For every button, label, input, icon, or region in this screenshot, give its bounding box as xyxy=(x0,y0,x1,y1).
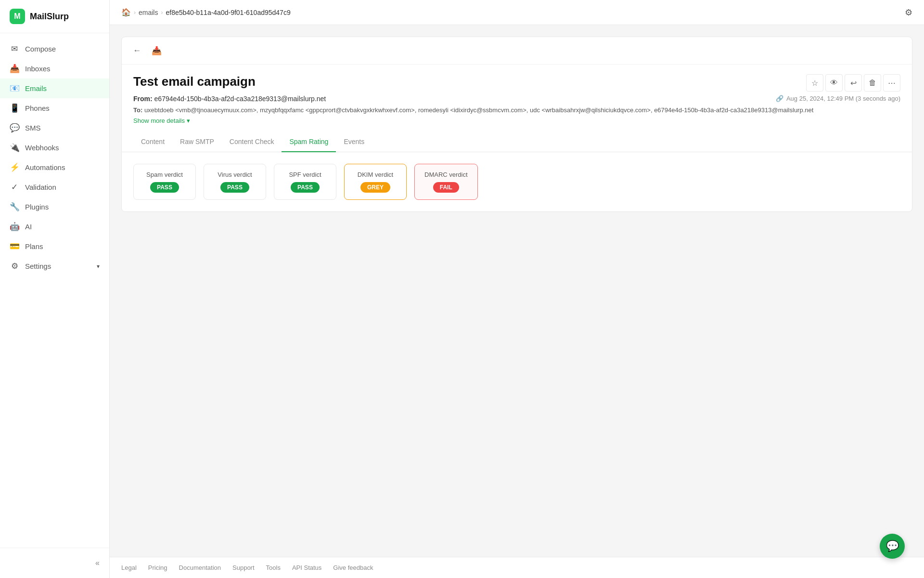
delete-button[interactable]: 🗑 xyxy=(864,74,881,92)
view-button[interactable]: 👁 xyxy=(825,74,843,92)
email-header: Test email campaign ☆ 👁 ↩ 🗑 ⋯ From: e679… xyxy=(122,65,912,132)
sidebar: M MailSlurp ✉ Compose 📥 Inboxes 📧 Emails… xyxy=(0,0,110,578)
sidebar-label-ai: AI xyxy=(25,223,32,231)
sidebar-label-plans: Plans xyxy=(25,242,43,250)
collapse-button[interactable]: « xyxy=(0,554,109,572)
validation-icon: ✓ xyxy=(10,182,19,192)
webhooks-icon: 🔌 xyxy=(10,143,19,153)
verdict-badge-dmarc: FAIL xyxy=(433,182,459,193)
verdict-card-virus: Virus verdict PASS xyxy=(204,164,266,200)
inboxes-icon: 📥 xyxy=(10,64,19,74)
main-area: 🏠 › emails › ef8e5b40-b11a-4a0d-9f01-610… xyxy=(110,0,924,578)
emails-icon: 📧 xyxy=(10,83,19,93)
sidebar-label-automations: Automations xyxy=(25,163,65,171)
sidebar-item-compose[interactable]: ✉ Compose xyxy=(0,39,109,59)
star-button[interactable]: ☆ xyxy=(806,74,823,92)
chat-button[interactable]: 💬 xyxy=(880,534,905,559)
footer-link-documentation[interactable]: Documentation xyxy=(179,564,221,571)
sidebar-label-plugins: Plugins xyxy=(25,203,49,211)
breadcrumb-email-id: ef8e5b40-b11a-4a0d-9f01-610ad95d47c9 xyxy=(166,9,290,16)
chevron-down-icon: ▾ xyxy=(187,117,190,124)
footer-link-pricing[interactable]: Pricing xyxy=(148,564,167,571)
footer-link-api-status[interactable]: API Status xyxy=(292,564,321,571)
sidebar-item-sms[interactable]: 💬 SMS xyxy=(0,118,109,138)
verdict-card-dkim: DKIM verdict GREY xyxy=(344,164,407,200)
back-button[interactable]: ← xyxy=(129,43,145,58)
sidebar-item-automations[interactable]: ⚡ Automations xyxy=(0,158,109,177)
settings-icon[interactable]: ⚙ xyxy=(905,7,912,18)
to-label: To: xyxy=(133,106,142,114)
sidebar-item-plans[interactable]: 💳 Plans xyxy=(0,236,109,256)
sidebar-item-plugins[interactable]: 🔧 Plugins xyxy=(0,197,109,217)
sidebar-bottom: « xyxy=(0,548,109,578)
verdict-badge-dkim: GREY xyxy=(360,182,390,193)
from-address: e6794e4d-150b-4b3a-af2d-ca3a218e9313@mai… xyxy=(154,95,326,103)
tab-events[interactable]: Events xyxy=(336,132,372,152)
sidebar-item-ai[interactable]: 🤖 AI xyxy=(0,217,109,236)
email-toolbar: ← 📥 xyxy=(122,37,912,65)
logo-text: MailSlurp xyxy=(30,12,69,22)
sidebar-item-phones[interactable]: 📱 Phones xyxy=(0,98,109,118)
to-recipients: uxebtdoeb <vmb@tjnoauecymuux.com>, mzyqb… xyxy=(144,106,813,114)
from-label: From: xyxy=(133,95,153,103)
verdict-card-spf: SPF verdict PASS xyxy=(274,164,336,200)
sidebar-item-settings[interactable]: ⚙ Settings ▾ xyxy=(0,256,109,276)
footer: LegalPricingDocumentationSupportToolsAPI… xyxy=(110,557,924,578)
inbox-icon[interactable]: 📥 xyxy=(149,43,164,58)
breadcrumb-emails[interactable]: emails xyxy=(139,9,158,16)
settings-arrow-icon: ▾ xyxy=(97,263,100,270)
email-meta-row: Test email campaign ☆ 👁 ↩ 🗑 ⋯ xyxy=(133,74,900,95)
tab-spam-rating[interactable]: Spam Rating xyxy=(282,132,336,152)
logo-icon: M xyxy=(10,9,25,24)
verdict-label-dkim: DKIM verdict xyxy=(358,171,393,178)
verdict-badge-virus: PASS xyxy=(220,182,249,193)
sidebar-item-validation[interactable]: ✓ Validation xyxy=(0,177,109,197)
email-from-row: From: e6794e4d-150b-4b3a-af2d-ca3a218e93… xyxy=(133,95,900,103)
sidebar-label-sms: SMS xyxy=(25,124,41,132)
footer-link-tools[interactable]: Tools xyxy=(266,564,281,571)
email-timestamp: 🔗 Aug 25, 2024, 12:49 PM (3 seconds ago) xyxy=(776,95,900,102)
verdict-badge-spf: PASS xyxy=(291,182,320,193)
tab-content-check[interactable]: Content Check xyxy=(222,132,282,152)
plans-icon: 💳 xyxy=(10,241,19,251)
verdict-label-virus: Virus verdict xyxy=(218,171,252,178)
verdict-card-dmarc: DMARC verdict FAIL xyxy=(414,164,478,200)
footer-link-legal[interactable]: Legal xyxy=(121,564,137,571)
tab-raw-smtp[interactable]: Raw SMTP xyxy=(172,132,222,152)
sidebar-label-settings: Settings xyxy=(25,262,51,270)
sidebar-nav: ✉ Compose 📥 Inboxes 📧 Emails 📱 Phones 💬 … xyxy=(0,33,109,548)
header-actions: ☆ 👁 ↩ 🗑 ⋯ xyxy=(806,74,900,92)
breadcrumb: 🏠 › emails › ef8e5b40-b11a-4a0d-9f01-610… xyxy=(121,8,291,17)
footer-link-support[interactable]: Support xyxy=(232,564,255,571)
plugins-icon: 🔧 xyxy=(10,202,19,212)
show-more-details[interactable]: Show more details ▾ xyxy=(133,117,900,124)
sms-icon: 💬 xyxy=(10,123,19,133)
timestamp-text: Aug 25, 2024, 12:49 PM (3 seconds ago) xyxy=(786,95,900,102)
verdicts-container: Spam verdict PASS Virus verdict PASS SPF… xyxy=(122,152,912,211)
sidebar-label-phones: Phones xyxy=(25,104,50,112)
show-more-text: Show more details xyxy=(133,117,185,124)
settings-icon: ⚙ xyxy=(10,261,19,271)
reply-button[interactable]: ↩ xyxy=(845,74,862,92)
email-from: From: e6794e4d-150b-4b3a-af2d-ca3a218e93… xyxy=(133,95,326,103)
verdict-label-dmarc: DMARC verdict xyxy=(424,171,468,178)
sidebar-item-emails[interactable]: 📧 Emails xyxy=(0,79,109,98)
automations-icon: ⚡ xyxy=(10,162,19,172)
breadcrumb-home-icon[interactable]: 🏠 xyxy=(121,8,131,17)
breadcrumb-sep-1: › xyxy=(134,9,136,16)
sidebar-item-inboxes[interactable]: 📥 Inboxes xyxy=(0,59,109,79)
topbar: 🏠 › emails › ef8e5b40-b11a-4a0d-9f01-610… xyxy=(110,0,924,25)
email-subject: Test email campaign xyxy=(133,74,256,89)
email-to: To: uxebtdoeb <vmb@tjnoauecymuux.com>, m… xyxy=(133,105,900,115)
email-panel: ← 📥 Test email campaign ☆ 👁 ↩ 🗑 ⋯ xyxy=(121,37,912,212)
sidebar-label-compose: Compose xyxy=(25,45,56,53)
more-button[interactable]: ⋯ xyxy=(883,74,900,92)
sidebar-label-webhooks: Webhooks xyxy=(25,144,59,152)
sidebar-item-webhooks[interactable]: 🔌 Webhooks xyxy=(0,138,109,158)
sidebar-label-inboxes: Inboxes xyxy=(25,65,51,73)
verdict-badge-spam: PASS xyxy=(150,182,179,193)
footer-link-give-feedback[interactable]: Give feedback xyxy=(333,564,373,571)
verdict-label-spf: SPF verdict xyxy=(289,171,321,178)
tab-content[interactable]: Content xyxy=(133,132,172,152)
sidebar-label-emails: Emails xyxy=(25,84,47,92)
